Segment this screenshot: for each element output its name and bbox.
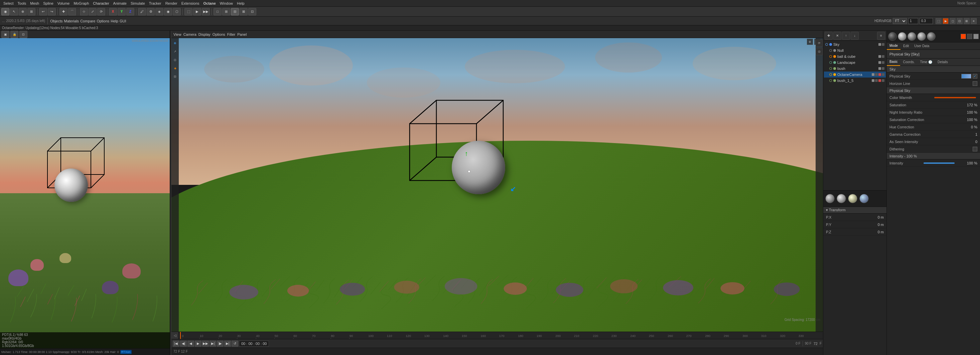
- menu-render[interactable]: Render: [163, 2, 180, 5]
- menu-simulate[interactable]: Simulate: [129, 2, 147, 5]
- timeline-playhead[interactable]: [180, 332, 181, 339]
- physical-sky-section-header[interactable]: Physical Sky: [887, 87, 980, 94]
- octane-btn-5[interactable]: ⊞: [964, 18, 970, 24]
- vp-right-icon-rotate[interactable]: ⟳: [816, 40, 823, 47]
- dithering-checkbox[interactable]: [973, 147, 977, 151]
- unit-select[interactable]: FTCMM: [893, 18, 907, 24]
- menu-volume[interactable]: Volume: [56, 2, 72, 5]
- viewport-canvas[interactable]: Perspective: [172, 38, 823, 332]
- mode-btn-2[interactable]: ⊕: [19, 8, 27, 15]
- vp-right-icon-sphere[interactable]: ◎: [816, 48, 823, 55]
- octane-tab-basic[interactable]: Basic: [887, 59, 900, 66]
- axis-z-btn[interactable]: Z: [126, 8, 134, 15]
- view-4-btn[interactable]: ⊠: [240, 8, 248, 15]
- octane-btn-6[interactable]: ≡: [970, 18, 977, 24]
- octane-btn-2[interactable]: ▶: [943, 18, 948, 24]
- octane-tab-details[interactable]: Details: [935, 59, 951, 66]
- menu-character[interactable]: Character: [91, 2, 111, 5]
- attrs-tab-user-data[interactable]: User Data: [912, 43, 932, 50]
- pos-y-value[interactable]: 0 m: [864, 223, 884, 227]
- scene-delete-btn[interactable]: ✕: [833, 32, 842, 40]
- scale-btn[interactable]: ⤢: [89, 8, 97, 15]
- display-menu[interactable]: Display: [199, 32, 210, 37]
- camera-vis-toggle[interactable]: [872, 73, 874, 76]
- spline-btn[interactable]: ⌒: [68, 8, 76, 15]
- octane-tab-time[interactable]: Time 🕐: [917, 59, 935, 66]
- render-region-btn[interactable]: ⬚: [185, 8, 192, 15]
- scene-filter-btn[interactable]: ≡: [877, 32, 885, 40]
- tool-btn-4[interactable]: ◉: [164, 8, 172, 15]
- axis-x-btn[interactable]: X: [109, 8, 117, 15]
- tool-btn-1[interactable]: 🖊: [138, 8, 146, 15]
- view-2-btn[interactable]: ⊞: [222, 8, 230, 15]
- timeline-bar[interactable]: ◁ 0 10 20 30 40 50 60: [172, 332, 823, 339]
- render-lock-btn[interactable]: 🔒: [10, 31, 18, 38]
- physical-sky-swatch[interactable]: [961, 74, 971, 78]
- attrs-sphere-icon-4[interactable]: [917, 32, 926, 41]
- options-menu[interactable]: Options: [97, 19, 109, 23]
- gamma-correction-value[interactable]: 1: [957, 132, 977, 136]
- tool-btn-2[interactable]: ⚙: [147, 8, 155, 15]
- view-5-btn[interactable]: ⊡: [248, 8, 256, 15]
- add-object-btn[interactable]: ✚: [59, 8, 67, 15]
- prev-frame-btn[interactable]: ◀: [188, 341, 194, 347]
- menu-mesh[interactable]: Mesh: [28, 2, 41, 5]
- mat-sphere-4[interactable]: [859, 194, 869, 203]
- horizon-line-checkbox[interactable]: [973, 81, 977, 86]
- compare-menu[interactable]: Compare: [80, 19, 95, 23]
- move-btn[interactable]: ⊹: [80, 8, 88, 15]
- scene-move-down-btn[interactable]: ↓: [851, 32, 859, 40]
- transform-section[interactable]: ▾ Transform: [823, 207, 886, 213]
- camera-render-toggle[interactable]: [875, 73, 878, 76]
- camera-menu[interactable]: Camera: [183, 32, 196, 37]
- loop-btn[interactable]: ↺: [232, 341, 238, 347]
- objects-menu[interactable]: Objects: [50, 19, 62, 23]
- color-warmth-slider[interactable]: [934, 97, 976, 98]
- time-display[interactable]: 00 : 00 : 00 : 00: [239, 341, 269, 347]
- play-btn[interactable]: ▶: [195, 341, 202, 347]
- color-patch-2[interactable]: [967, 34, 972, 39]
- materials-menu[interactable]: Materials: [64, 19, 79, 23]
- menu-animate[interactable]: Animate: [111, 2, 129, 5]
- menu-tools[interactable]: Tools: [16, 2, 29, 5]
- timeline-track[interactable]: 0 10 20 30 40 50 60 70 80 90 100 110: [179, 332, 823, 339]
- mode-btn-0[interactable]: ◉: [2, 8, 10, 15]
- vp-left-icon-3[interactable]: ◎: [172, 56, 179, 64]
- vp-left-icon-4[interactable]: ◈: [172, 65, 179, 72]
- saturation-correction-value[interactable]: 100 %: [957, 118, 977, 122]
- intensity-slider[interactable]: [924, 162, 955, 164]
- ballcube-vis-toggle[interactable]: [878, 55, 881, 58]
- subdivision-input[interactable]: [908, 18, 918, 24]
- object-item-bush-1-5[interactable]: bush_1_5: [824, 78, 886, 84]
- mode-btn-3[interactable]: ⊞: [27, 8, 35, 15]
- vp-left-icon-1[interactable]: ⊕: [172, 40, 179, 47]
- pos-z-value[interactable]: 0 m: [864, 230, 884, 234]
- render-all-btn[interactable]: ▶▶: [202, 8, 210, 15]
- as-seen-intensity-value[interactable]: 0: [957, 140, 977, 144]
- object-item-null[interactable]: Null: [824, 48, 886, 54]
- vp-left-icon-5[interactable]: ⊟: [172, 73, 179, 80]
- view-3-btn[interactable]: ⊟: [231, 8, 239, 15]
- mat-sphere-2[interactable]: [837, 194, 846, 203]
- ballcube-render-toggle[interactable]: [882, 55, 885, 58]
- view-menu[interactable]: View: [173, 32, 181, 37]
- bush-vis-toggle[interactable]: [878, 67, 881, 70]
- menu-spline[interactable]: Spline: [41, 2, 56, 5]
- value-input[interactable]: [920, 18, 933, 24]
- render-expand-btn[interactable]: ⊡: [19, 31, 27, 38]
- octane-btn-4[interactable]: ⊡: [957, 18, 963, 24]
- render-btn[interactable]: ▶: [193, 8, 201, 15]
- sky-render-toggle[interactable]: [882, 43, 885, 46]
- color-patch-1[interactable]: [961, 34, 966, 39]
- tool-btn-5[interactable]: ⬡: [173, 8, 181, 15]
- color-patch-3[interactable]: [973, 34, 978, 39]
- help-menu2[interactable]: Help: [111, 19, 118, 23]
- bush15-extra-toggle[interactable]: [878, 79, 881, 82]
- menu-mograph[interactable]: MoGraph: [72, 2, 91, 5]
- mat-sphere-3[interactable]: [848, 194, 858, 203]
- scene-new-btn[interactable]: ✚: [825, 32, 833, 40]
- bush-render-toggle[interactable]: [882, 67, 885, 70]
- landscape-vis-toggle[interactable]: [878, 61, 881, 64]
- vp-left-icon-2[interactable]: ↗: [172, 48, 179, 55]
- bush15-vis-toggle[interactable]: [872, 79, 874, 82]
